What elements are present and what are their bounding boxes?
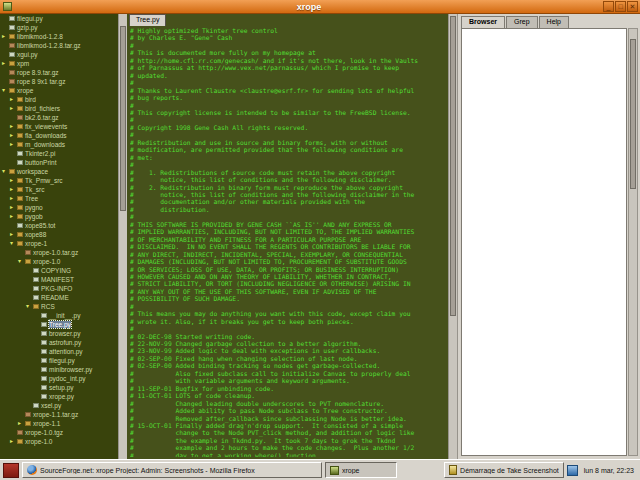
expander-icon[interactable]: ▸ xyxy=(10,104,17,113)
expander-icon[interactable]: ▸ xyxy=(10,122,17,131)
expander-icon[interactable]: ▾ xyxy=(2,86,9,95)
browser-entry[interactable]: (M): PVT_mousefocus(self, event) xyxy=(462,340,626,348)
tree-item[interactable]: buttonPrint xyxy=(0,158,118,167)
expander-icon[interactable]: ▸ xyxy=(10,203,17,212)
editor-scrollbar[interactable] xyxy=(448,14,457,459)
tree-item[interactable]: ▸ Tk_Pmw_src xyxy=(0,176,118,185)
tree-item[interactable]: ▸ bird xyxy=(0,95,118,104)
expander-icon[interactable]: ▸ xyxy=(18,419,25,428)
browser-entry[interactable]: (M): PVT_drag_start(self, event) xyxy=(462,295,626,303)
browser-entry[interactable]: (M): see(self, *items) xyxy=(462,378,626,386)
tree-item[interactable]: ▸ fla_downloads xyxy=(0,131,118,140)
browser-entry[interactable]: (M): expandable(self, flag) xyxy=(462,143,626,151)
tree-item[interactable]: ▸ xpm xyxy=(0,59,118,68)
browser-entry[interactable]: (M): get_label(self) xyxy=(462,120,626,128)
browser-entry[interactable]: (M): PVT_insert(self, nodes, pos, below) xyxy=(462,242,626,250)
expander-icon[interactable]: ▸ xyxy=(10,212,17,221)
tree-item[interactable]: xrope.py xyxy=(0,392,118,401)
tree-item[interactable]: pydoc_int.py xyxy=(0,374,118,383)
browser-entry[interactable]: (M): delete(self, me_too) xyxy=(462,173,626,181)
applications-menu-icon[interactable] xyxy=(3,463,19,478)
expander-icon[interactable]: ▸ xyxy=(10,437,17,446)
code-view[interactable]: # Highly optimized Tkinter tree control … xyxy=(130,27,444,457)
browser-entry[interactable]: (M): full_id(self) xyxy=(462,151,626,159)
expander-icon[interactable]: ▸ xyxy=(10,230,17,239)
tree-item[interactable]: README xyxy=(0,293,118,302)
tree-item[interactable]: Tkinter2.pi xyxy=(0,149,118,158)
tree-item[interactable]: ▾ RCS xyxy=(0,302,118,311)
browser-entry[interactable]: (M): pageup(self, event) xyxy=(462,447,626,455)
browser-entry[interactable]: (M): expanded(self) xyxy=(462,135,626,143)
tree-item[interactable]: ▾ xrope-1 xyxy=(0,239,118,248)
browser-entry[interactable]: (M): next(self, event) xyxy=(462,401,626,409)
browser-entry[interactable]: (M): collapse(self) xyxy=(462,166,626,174)
browser-entry[interactable]: (M): first(self, event) xyxy=(462,431,626,439)
tree-item[interactable]: rope 8.9.tar.gz xyxy=(0,68,118,77)
tree-item[interactable]: xrope-1.0.tgz xyxy=(0,428,118,437)
file-tree-panel[interactable]: filegui.py gzip.py ▸ libmikmod-1.2.8 lib… xyxy=(0,14,118,459)
browser-entry[interactable]: (M): expand(self) xyxy=(462,158,626,166)
browser-entry[interactable]: (M): PVT_tag_move(self, dist) xyxy=(462,287,626,295)
browser-entry[interactable]: (M): prev_visible(self) xyxy=(462,105,626,113)
browser-entry[interactable]: (M): toggle(self, event) xyxy=(462,394,626,402)
tree-item[interactable]: gzip.py xyxy=(0,23,118,32)
browser-entry[interactable]: (M): set_collapsed_icon(self, icon) xyxy=(462,59,626,67)
class-browser-list[interactable]: (C): Node (M): __init__(self, parent_nod… xyxy=(461,28,627,456)
scrollbar-thumb[interactable] xyxy=(120,26,126,211)
browser-entry[interactable]: (M): PVT_find(self, search) xyxy=(462,234,626,242)
tree-item[interactable]: attention.py xyxy=(0,347,118,356)
tree-item[interactable]: libmikmod-1.2.8.tar.gz xyxy=(0,41,118,50)
tree-item[interactable]: PKG-INFO xyxy=(0,284,118,293)
expander-icon[interactable]: ▸ xyxy=(10,185,17,194)
tree-item[interactable]: ▸ libmikmod-1.2.8 xyxy=(0,32,118,41)
panel-tab[interactable]: Grep xyxy=(506,16,538,28)
browser-entry[interactable]: ... xyxy=(462,302,626,310)
tree-item[interactable]: ▸ xrope-1.0 xyxy=(0,437,118,446)
tree-item[interactable]: ▸ bird_fichiers xyxy=(0,104,118,113)
panel-tab[interactable]: Browser xyxy=(461,16,505,28)
browser-entry[interactable]: (M): toggle_state(self, state) xyxy=(462,204,626,212)
tree-item[interactable]: filegui.py xyxy=(0,356,118,365)
browser-entry[interactable]: (M): cursor_node(self, search) xyxy=(462,371,626,379)
tree-item[interactable]: __init__.py xyxy=(0,311,118,320)
tree-item[interactable]: xgui.py xyxy=(0,50,118,59)
minimize-button[interactable]: _ xyxy=(603,1,614,12)
browser-entry[interactable]: (M): PVT_update_scrollregion(self) xyxy=(462,264,626,272)
task-button[interactable]: SourceForge.net: xrope Project: Admin: S… xyxy=(22,462,322,478)
browser-entry[interactable]: (M): move_cursor(self, node) xyxy=(462,386,626,394)
browser-entry[interactable]: (M): next_sib(self) xyxy=(462,90,626,98)
tree-item[interactable]: ▾ xrope-1.0 xyxy=(0,257,118,266)
browser-list-scrollbar[interactable] xyxy=(628,28,638,456)
browser-entry[interactable]: (M): PVT_delete_subtree(self) xyxy=(462,272,626,280)
browser-entry[interactable]: (M): prev_sib(self) xyxy=(462,82,626,90)
tree-item[interactable]: bk2.6.tar.gz xyxy=(0,113,118,122)
expander-icon[interactable]: ▾ xyxy=(26,302,33,311)
tree-item[interactable]: COPYING xyxy=(0,266,118,275)
browser-entry[interactable]: (M): PVT_enter(self, event) xyxy=(462,219,626,227)
tree-item[interactable]: ▸ xrope-1.1 xyxy=(0,419,118,428)
clock[interactable]: lun 8 mar, 22:23 xyxy=(581,467,637,474)
browser-entry[interactable]: (M): prev(self, event) xyxy=(462,409,626,417)
tree-item[interactable]: setup.py xyxy=(0,383,118,392)
tree-item[interactable]: ▾ xrope xyxy=(0,86,118,95)
browser-entry[interactable]: (M): PVT_set_state(self, state) xyxy=(462,249,626,257)
browser-entry[interactable]: (C): Tree xyxy=(462,325,626,333)
browser-entry[interactable]: (M): children(self) xyxy=(462,113,626,121)
browser-entry[interactable]: (M): insert_after(self, nodes) xyxy=(462,188,626,196)
tree-item[interactable]: xrope-1.1.tar.gz xyxy=(0,410,118,419)
tree-item[interactable]: ▾ workspace xyxy=(0,167,118,176)
expander-icon[interactable]: ▸ xyxy=(10,95,17,104)
panel-tab[interactable]: Help xyxy=(539,16,569,28)
tray-icon[interactable] xyxy=(567,465,578,476)
expander-icon[interactable]: ▸ xyxy=(10,176,17,185)
expander-icon[interactable]: ▸ xyxy=(2,59,9,68)
tree-item[interactable]: ▸ pygob xyxy=(0,212,118,221)
app-icon[interactable] xyxy=(3,2,12,11)
tree-item[interactable]: minibrowser.py xyxy=(0,365,118,374)
tree-item[interactable]: browser.py xyxy=(0,329,118,338)
tree-item[interactable]: xrope-1.0.tar.gz xyxy=(0,248,118,257)
browser-entry[interactable]: (M): parent(self) xyxy=(462,75,626,83)
browser-entry[interactable]: (M): next_visible(self) xyxy=(462,97,626,105)
browser-entry[interactable]: (M): insert_before(self, nodes) xyxy=(462,181,626,189)
browser-entry[interactable]: (M): add_list(self, list) xyxy=(462,348,626,356)
